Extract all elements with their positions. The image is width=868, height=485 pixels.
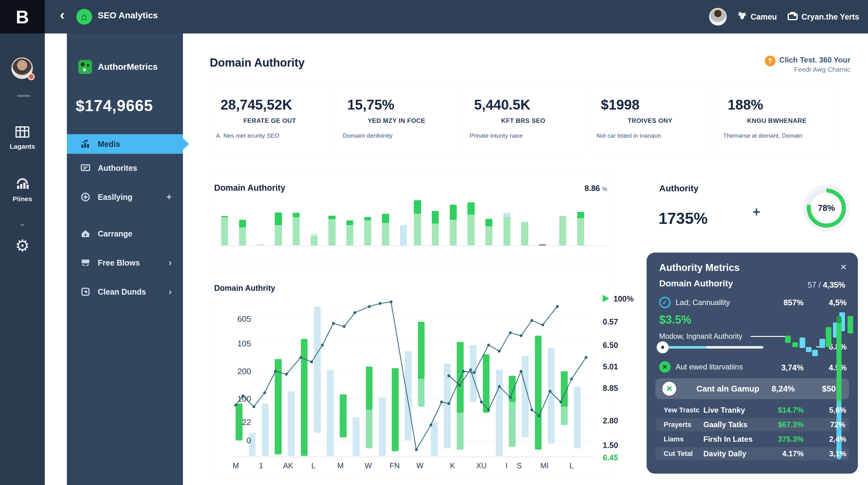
layers-icon (81, 259, 90, 267)
x-tick-label: M (232, 461, 239, 470)
diamond-icon (737, 12, 747, 22)
rail-item-piines[interactable]: Piines (0, 177, 45, 203)
stat-value: 5,440.5K (474, 97, 530, 113)
back-button[interactable]: ‹ (60, 7, 65, 23)
line-point (473, 371, 476, 374)
sidebar-item-clean-dunds[interactable]: Clean Dunds › (67, 282, 183, 302)
line-point (252, 405, 255, 408)
line-point (321, 344, 324, 346)
subtitle-value-pre: 57 / (807, 280, 821, 289)
x-tick-label: W (365, 461, 372, 470)
line-point (530, 408, 533, 411)
stat-sub: Themarse at domant, Domain (723, 132, 802, 139)
bar-segment (432, 211, 439, 224)
line-point (498, 385, 501, 388)
sidebar-item-carrange[interactable]: Carrange (67, 224, 183, 244)
slider-label: Modow, Ingnanit Authority (659, 332, 742, 341)
line-point (353, 311, 356, 314)
nav-account[interactable]: Cryan.the Yerts (787, 11, 859, 22)
line-point (559, 401, 562, 403)
user-avatar[interactable] (709, 8, 727, 26)
help-title: Clich Test. 360 Your (779, 56, 850, 64)
sidebar-item-label: Authorites (98, 164, 137, 173)
metric-row-value-1: 857% (783, 298, 804, 307)
line-point (549, 390, 551, 393)
sidebar-item-label: Easllying (98, 193, 132, 202)
stat-card[interactable]: $1998 TROIVES ONY Not car tisted in inan… (589, 85, 712, 152)
help-block[interactable]: ? Clich Test. 360 Your Feedr Awg Charnic (779, 56, 850, 73)
table-row[interactable]: Yew Trastc Live Tranky $14.7% 5,6% (655, 403, 849, 417)
bar-segment (414, 200, 421, 214)
chevron-down-icon[interactable]: ⌄ (0, 217, 45, 228)
row-value-2: 72% (823, 420, 852, 429)
stat-card[interactable]: 15,75% YED MZY IN FOCE Domaim denfoinity (335, 85, 458, 152)
waterfall-candle (800, 338, 805, 348)
highlighted-row-value-1: 8,24% (772, 384, 795, 394)
y-right-tick-label: 0.57 (603, 317, 618, 326)
close-icon[interactable]: × (840, 261, 846, 273)
table-row[interactable]: Cut Tetal Davity Dally 4.17% 3,1% (655, 447, 849, 460)
stat-card[interactable]: 188% KNGU BWHENARE Themarse at domant, D… (715, 85, 838, 152)
authority-slider[interactable] (659, 346, 763, 349)
chart-bell-icon (15, 177, 30, 192)
sidebar-item-free-blows[interactable]: Free Blows › (67, 253, 183, 273)
nav-cameu[interactable]: Cameu (737, 12, 777, 22)
rail-item-lagants[interactable]: Lagants (0, 126, 45, 150)
line-point (556, 305, 559, 308)
x-tick-label: M (338, 461, 344, 470)
rail-item-label: Piines (0, 195, 45, 203)
authority-value: 1735% (658, 209, 708, 228)
metric-row-label: Aut ewed litarvatiins (676, 363, 743, 371)
bar-segment (503, 217, 510, 245)
app-logo[interactable]: B (0, 0, 45, 33)
sidebar-item-authorites[interactable]: Authorites (67, 158, 183, 178)
line-point (447, 374, 451, 377)
table-row[interactable]: Liams Firsh In Lates 375.3% 2,4% (655, 433, 849, 446)
bar-segment (432, 224, 439, 245)
gear-icon[interactable]: ⚙ (0, 236, 45, 255)
stat-card[interactable]: 5,440.5K KFT BRS SEO Prinate inturity na… (462, 85, 585, 152)
bar-segment (577, 212, 584, 218)
bar-segment (275, 225, 282, 245)
stat-label: YED MZY IN FOCE (335, 117, 458, 124)
message-card-icon (81, 164, 90, 172)
line-point (509, 331, 512, 334)
metric-row-value-2: 4,5% (823, 298, 852, 307)
row-label: Live Tranky (703, 406, 745, 415)
highlighted-row-value-2: $50 (814, 384, 843, 394)
bar-segment (577, 218, 584, 245)
rail-item-label: Lagants (0, 143, 45, 150)
row-key: Liams (663, 435, 684, 443)
bar-segment (382, 214, 389, 223)
sidebar-brand[interactable]: AuthorMetrics (78, 60, 158, 74)
bar-segment (346, 220, 353, 225)
line-point (343, 325, 345, 328)
stat-card[interactable]: 28,745,52K FERATE GE OUT A. Nes met ecur… (208, 85, 331, 152)
y-tick-label: 100 (238, 394, 251, 404)
x-tick-label: I (505, 461, 508, 470)
y-right-tick-label: 5.01 (603, 362, 618, 371)
domain-authority-bar-chart-card: Domain Authority 8.86 % (208, 175, 615, 258)
line-point (487, 344, 490, 346)
stat-label: FERATE GE OUT (209, 117, 331, 124)
row-label: Gaally Tatks (703, 420, 747, 429)
table-row[interactable]: Prayerts Gaally Tatks $67.3% 72% (655, 418, 849, 431)
plus-icon[interactable]: + (752, 204, 761, 220)
help-icon[interactable]: ? (765, 56, 776, 66)
line-point (440, 401, 443, 403)
metric-row-cannuallity: ✓ Lad; Cannuallity (659, 297, 730, 308)
bar-segment (275, 212, 282, 225)
sidebar-item-easllying[interactable]: Easllying + (67, 187, 183, 207)
chart-annotation: 8.86 % (584, 184, 607, 193)
sidebar-item-medis[interactable]: Medis (67, 134, 183, 154)
highlighted-row[interactable]: ✕ Cant aln Gamup 8,24% $50 (655, 378, 849, 399)
bar-segment (486, 226, 492, 245)
line-point (570, 378, 573, 380)
stat-value: $1998 (601, 97, 639, 113)
home-icon[interactable]: ⌂ (76, 9, 92, 25)
bar-chart-arrow-icon (81, 140, 90, 148)
slider-knob[interactable] (657, 341, 669, 353)
plus-icon[interactable]: + (166, 192, 172, 202)
house-icon (81, 229, 90, 238)
bar-segment (328, 216, 335, 219)
